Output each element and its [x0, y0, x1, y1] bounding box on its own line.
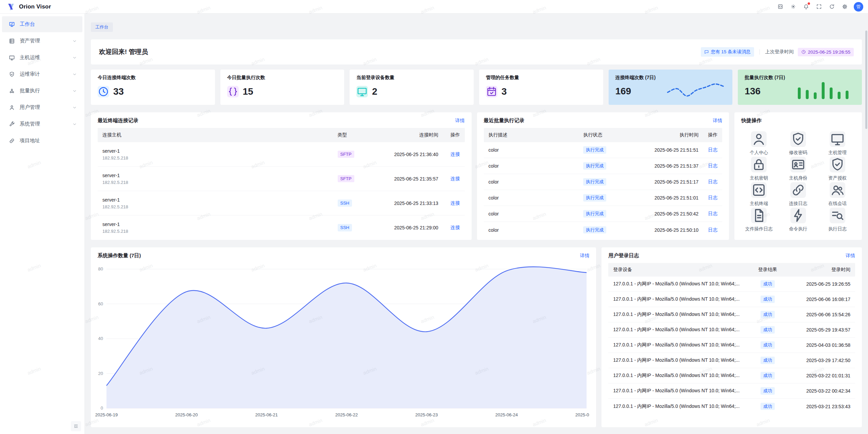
sidebar-item-工作台[interactable]: 工作台	[2, 16, 82, 32]
code-square-icon[interactable]	[775, 2, 785, 12]
sidebar-item-label: 运维审计	[20, 71, 72, 77]
quick-op-主机终端[interactable]: 主机终端	[739, 182, 778, 208]
chevron-down-icon	[72, 89, 77, 93]
user-avatar[interactable]: 管	[854, 2, 863, 12]
login-logs-title: 用户登录日志	[608, 252, 639, 259]
log-link[interactable]: 日志	[708, 211, 717, 216]
connect-link[interactable]: 连接	[451, 200, 460, 206]
exec-desc: color	[489, 227, 584, 233]
connect-link[interactable]: 连接	[451, 225, 460, 230]
table-row: color执行完成2025-06-25 21:51:17日志	[484, 174, 723, 190]
login-logs-detail-link[interactable]: 详情	[846, 253, 855, 259]
quick-ops-card: 快捷操作 个人中心修改密码主机管理主机密钥主机身份资产授权主机终端连接日志在线会…	[734, 112, 862, 240]
stat-value: 2	[372, 86, 377, 97]
log-link[interactable]: 日志	[708, 147, 717, 152]
system-wrench-icon	[9, 121, 15, 127]
quick-op-在线会话[interactable]: 在线会话	[818, 182, 857, 208]
workbench-icon	[9, 21, 15, 27]
terminal-records-title: 最近终端连接记录	[98, 117, 138, 124]
login-time: 2025-03-22 00:42:34	[786, 388, 850, 394]
lock-icon	[751, 157, 767, 172]
log-link[interactable]: 日志	[708, 179, 717, 184]
quick-op-修改密码[interactable]: 修改密码	[778, 131, 818, 157]
host-name: server-1	[102, 222, 338, 227]
table-row: server-1182.92.5.218SFTP2025-06-25 21:36…	[98, 142, 465, 167]
login-result-tag: 成功	[761, 372, 775, 379]
quick-op-命令执行[interactable]: 命令执行	[778, 208, 818, 233]
svg-text:0: 0	[101, 405, 103, 411]
sidebar-item-运维审计[interactable]: 运维审计	[2, 66, 82, 82]
quick-op-个人中心[interactable]: 个人中心	[739, 131, 778, 157]
device-monitor-icon	[356, 86, 368, 97]
quick-op-主机密钥[interactable]: 主机密钥	[739, 157, 778, 182]
braces-icon	[227, 86, 239, 97]
refresh-icon[interactable]	[827, 2, 837, 12]
shield-check-icon	[830, 157, 845, 172]
exec-time: 2025-06-25 21:50:42	[631, 211, 698, 216]
table-row: 127.0.0.1 - 内网IP - Mozilla/5.0 (Windows …	[608, 292, 855, 307]
svg-text:2025-06-21: 2025-06-21	[255, 412, 278, 417]
chevron-down-icon	[72, 55, 77, 60]
collapse-sidebar-button[interactable]	[71, 421, 81, 431]
welcome-banner: 欢迎回来! 管理员 您有 15 条未读消息 上次登录时间 2025-06-25 …	[91, 39, 862, 64]
quick-op-资产授权[interactable]: 资产授权	[818, 157, 857, 182]
quick-op-文件操作日志[interactable]: 文件操作日志	[739, 208, 778, 233]
ops-chart-title: 系统操作数量 (7日)	[98, 252, 141, 259]
shield-check-icon	[790, 131, 806, 147]
stat-card-0: 今日连接终端次数33	[91, 70, 215, 105]
svg-text:80: 80	[98, 266, 103, 271]
sidebar-item-批量执行[interactable]: 批量执行	[2, 83, 82, 99]
exec-time: 2025-06-25 21:51:01	[631, 195, 698, 201]
sidebar-item-主机运维[interactable]: 主机运维	[2, 50, 82, 65]
log-link[interactable]: 日志	[708, 227, 717, 232]
sidebar-item-项目地址[interactable]: 项目地址	[2, 133, 82, 149]
quick-op-主机身份[interactable]: 主机身份	[778, 157, 818, 182]
table-row: color执行完成2025-06-25 21:51:37日志	[484, 158, 723, 174]
quick-op-label: 执行日志	[828, 226, 847, 232]
stat-value: 15	[243, 86, 253, 97]
exec-time: 2025-06-25 21:51:17	[631, 179, 698, 185]
sidebar-menu: 工作台资产管理主机运维运维审计批量执行用户管理系统管理项目地址	[0, 16, 84, 149]
breadcrumb[interactable]: 工作台	[91, 22, 113, 32]
ops-chart-detail-link[interactable]: 详情	[580, 253, 589, 259]
quick-op-执行日志[interactable]: 执行日志	[818, 208, 857, 233]
login-result-tag: 成功	[761, 280, 775, 288]
login-device: 127.0.0.1 - 内网IP - Mozilla/5.0 (Windows …	[613, 327, 749, 333]
lightning-icon	[790, 208, 806, 223]
svg-text:60: 60	[98, 301, 103, 306]
terminal-records-detail-link[interactable]: 详情	[455, 118, 465, 124]
table-row: server-1182.92.5.218SSH2025-06-25 21:29:…	[98, 215, 465, 240]
quick-op-连接日志[interactable]: 连接日志	[778, 182, 818, 208]
sidebar-item-资产管理[interactable]: 资产管理	[2, 33, 82, 49]
login-result-tag: 成功	[761, 387, 775, 395]
connect-link[interactable]: 连接	[451, 151, 460, 157]
id-card-icon	[790, 157, 806, 172]
log-link[interactable]: 日志	[708, 195, 717, 200]
sidebar-item-用户管理[interactable]: 用户管理	[2, 99, 82, 115]
settings-gear-icon[interactable]	[840, 2, 850, 12]
chevron-down-icon	[72, 105, 77, 110]
table-row: server-1182.92.5.218SFTP2025-06-25 21:35…	[98, 167, 465, 191]
host-ops-icon	[9, 55, 15, 61]
fullscreen-icon[interactable]	[814, 2, 824, 12]
app-title: Orion Visor	[19, 3, 51, 10]
login-table-header: 登录设备 登录结果 登录时间	[608, 263, 855, 277]
login-result-tag: 成功	[761, 357, 775, 364]
quick-op-主机管理[interactable]: 主机管理	[818, 131, 857, 157]
exec-desc: color	[489, 147, 584, 153]
connect-link[interactable]: 连接	[451, 176, 460, 181]
login-time: 2025-06-06 15:54:26	[786, 312, 850, 317]
notification-bell-icon[interactable]	[801, 2, 811, 12]
sidebar-item-系统管理[interactable]: 系统管理	[2, 116, 82, 132]
host-ip: 182.92.5.218	[102, 155, 338, 161]
user-mgmt-icon	[9, 105, 15, 111]
exec-table-body: color执行完成2025-06-25 21:51:51日志color执行完成2…	[484, 142, 723, 238]
online-users-icon	[830, 182, 845, 198]
login-device: 127.0.0.1 - 内网IP - Mozilla/5.0 (Windows …	[613, 373, 749, 379]
theme-sun-icon[interactable]	[788, 2, 798, 12]
unread-messages-badge[interactable]: 您有 15 条未读消息	[701, 47, 754, 57]
scrollbar-thumb[interactable]	[865, 31, 867, 129]
exec-desc: color	[489, 179, 584, 185]
exec-records-detail-link[interactable]: 详情	[713, 118, 722, 124]
log-link[interactable]: 日志	[708, 163, 717, 168]
